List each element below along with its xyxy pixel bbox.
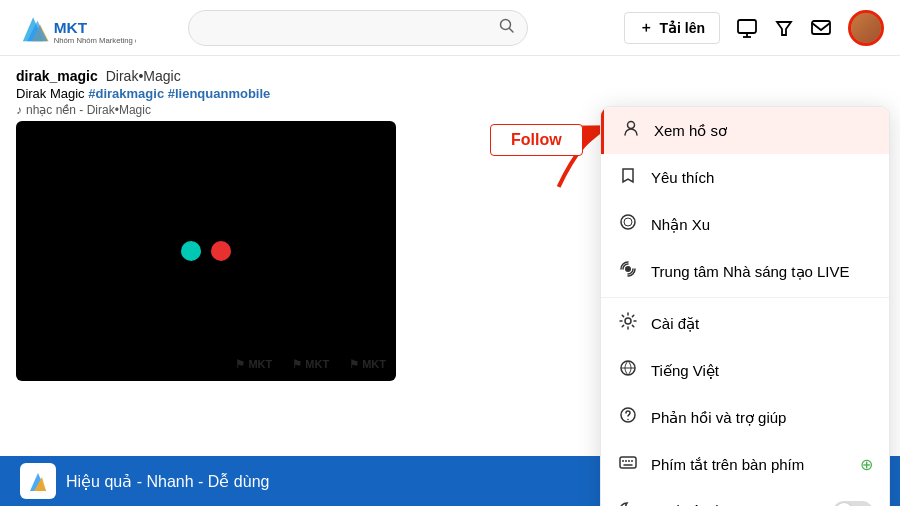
description: Dirak Magic #dirakmagic #lienquanmobile [16, 86, 824, 101]
xem-ho-so-label: Xem hồ sơ [654, 122, 727, 140]
header: MKT Nhóm Nhóm Marketing đa kênh ＋ Tải lê… [0, 0, 900, 56]
follow-button[interactable]: Follow [490, 124, 583, 156]
ai-badge: ⊕ [860, 455, 873, 474]
svg-point-14 [621, 215, 635, 229]
toggle-thumb [835, 503, 853, 507]
footer-tagline: Hiệu quả - Nhanh - Dễ dùng [66, 472, 269, 491]
svg-point-15 [624, 218, 632, 226]
profile-dropdown: Xem hồ sơ Yêu thích Nhận Xu [600, 106, 890, 506]
search-icon [499, 18, 515, 38]
dropdown-item-phan-hoi[interactable]: Phản hồi và trợ giúp [601, 394, 889, 441]
dropdown-item-xem-ho-so[interactable]: Xem hồ sơ [601, 107, 889, 154]
message-icon-button[interactable] [810, 17, 832, 39]
dropdown-item-phim-tat[interactable]: Phím tắt trên bàn phím ⊕ [601, 441, 889, 488]
dropdown-item-che-do-toi[interactable]: Chế độ tối [601, 488, 889, 506]
svg-point-17 [625, 318, 631, 324]
svg-text:Nhóm Nhóm Marketing đa kênh: Nhóm Nhóm Marketing đa kênh [54, 36, 136, 45]
main-content: dirak_magic Dirak•Magic Dirak Magic #dir… [0, 56, 900, 456]
che-do-toi-label: Chế độ tối [651, 503, 721, 507]
live-icon [617, 260, 639, 283]
coin-icon [617, 213, 639, 236]
svg-rect-11 [812, 21, 830, 34]
svg-rect-21 [620, 457, 636, 468]
plus-icon: ＋ [639, 19, 653, 37]
dropdown-item-live-creator[interactable]: Trung tâm Nhà sáng tạo LIVE [601, 248, 889, 295]
search-bar[interactable] [188, 10, 528, 46]
header-actions: ＋ Tải lên [624, 10, 884, 46]
desktop-icon-button[interactable] [736, 17, 758, 39]
svg-point-16 [625, 266, 631, 272]
svg-marker-10 [777, 22, 791, 35]
person-icon [620, 119, 642, 142]
mkt-logo: MKT Nhóm Nhóm Marketing đa kênh [16, 8, 136, 48]
video-player[interactable]: ⚑ MKT ⚑ MKT ⚑ MKT [16, 121, 396, 381]
divider-1 [601, 297, 889, 298]
bookmark2-icon [617, 166, 639, 189]
svg-line-6 [510, 28, 514, 32]
keyboard-icon [617, 453, 639, 476]
avatar-button[interactable] [848, 10, 884, 46]
language-icon [617, 359, 639, 382]
desktop-icon [736, 17, 758, 39]
moon-icon [617, 500, 639, 506]
svg-point-13 [628, 122, 635, 129]
watermark: ⚑ MKT ⚑ MKT ⚑ MKT [235, 358, 386, 371]
red-dot [211, 241, 231, 261]
filter-icon [774, 18, 794, 38]
dropdown-item-tieng-viet[interactable]: Tiếng Việt [601, 347, 889, 394]
cai-dat-label: Cài đặt [651, 315, 699, 333]
svg-point-20 [627, 419, 629, 421]
filter-icon-button[interactable] [774, 18, 794, 38]
upload-label: Tải lên [659, 20, 705, 36]
message-icon [810, 17, 832, 39]
music-note-icon: ♪ [16, 103, 22, 117]
svg-rect-7 [738, 20, 756, 33]
footer-left: Hiệu quả - Nhanh - Dễ dùng [20, 463, 269, 499]
footer-logo [20, 463, 56, 499]
live-creator-label: Trung tâm Nhà sáng tạo LIVE [651, 263, 850, 281]
search-input[interactable] [201, 20, 499, 36]
video-content [181, 241, 231, 261]
dropdown-item-yeu-thich[interactable]: Yêu thích [601, 154, 889, 201]
phim-tat-label: Phím tắt trên bàn phím [651, 456, 804, 474]
gear-icon [617, 312, 639, 335]
help-icon [617, 406, 639, 429]
phan-hoi-label: Phản hồi và trợ giúp [651, 409, 786, 427]
logo-area: MKT Nhóm Nhóm Marketing đa kênh [16, 8, 176, 48]
nhan-xu-label: Nhận Xu [651, 216, 710, 234]
svg-text:MKT: MKT [54, 18, 88, 35]
upload-button[interactable]: ＋ Tải lên [624, 12, 720, 44]
tieng-viet-label: Tiếng Việt [651, 362, 719, 380]
username: dirak_magic [16, 68, 98, 84]
dark-mode-toggle[interactable] [833, 501, 873, 507]
display-name: Dirak•Magic [106, 68, 181, 84]
username-line: dirak_magic Dirak•Magic [16, 68, 824, 84]
avatar-image [851, 13, 881, 43]
dropdown-item-cai-dat[interactable]: Cài đặt [601, 300, 889, 347]
teal-dot [181, 241, 201, 261]
dropdown-item-nhan-xu[interactable]: Nhận Xu [601, 201, 889, 248]
yeu-thich-label: Yêu thích [651, 169, 714, 186]
